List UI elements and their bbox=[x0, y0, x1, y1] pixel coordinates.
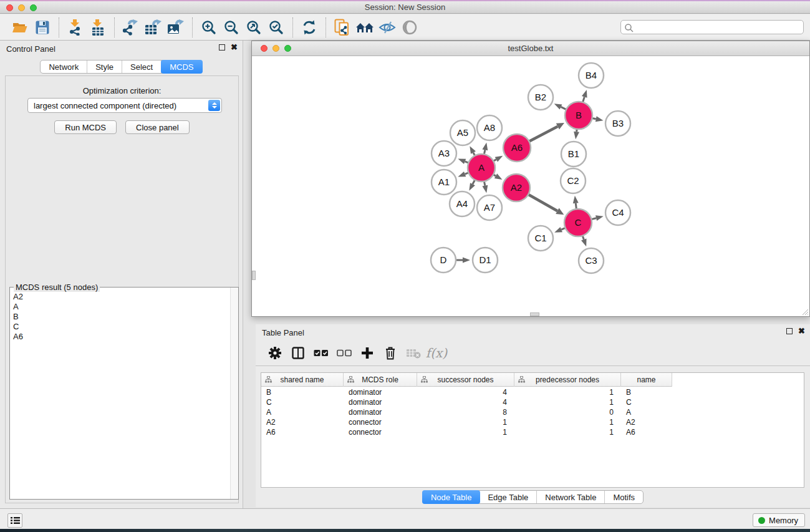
column-header-predecessor-nodes[interactable]: predecessor nodes bbox=[514, 373, 621, 387]
table-cell[interactable]: 1 bbox=[417, 427, 514, 437]
result-item[interactable]: A6 bbox=[13, 332, 229, 342]
table-cell[interactable]: connector bbox=[344, 417, 417, 427]
horizontal-scrollbar-thumb[interactable] bbox=[530, 312, 539, 316]
deselect-all-button[interactable] bbox=[335, 344, 354, 362]
graph-edge[interactable] bbox=[576, 203, 576, 209]
memory-button[interactable]: Memory bbox=[753, 513, 805, 527]
graph-edge[interactable] bbox=[561, 107, 567, 109]
table-cell[interactable]: B bbox=[621, 387, 672, 397]
table-cell[interactable]: C bbox=[621, 397, 672, 407]
table-cell[interactable]: A6 bbox=[261, 427, 344, 437]
tab-edge-table[interactable]: Edge Table bbox=[480, 491, 537, 503]
table-cell[interactable]: C bbox=[261, 397, 344, 407]
show-graphics-button[interactable] bbox=[398, 17, 421, 38]
column-header-shared-name[interactable]: shared name bbox=[261, 373, 344, 387]
column-header-name[interactable]: name bbox=[621, 373, 672, 387]
criterion-dropdown[interactable]: largest connected component (directed) bbox=[27, 98, 222, 113]
main-titlebar[interactable]: Session: New Session bbox=[0, 1, 810, 14]
hide-graphics-button[interactable] bbox=[376, 17, 398, 38]
zoom-fit-button[interactable] bbox=[243, 17, 265, 38]
table-row[interactable]: Adominator80A bbox=[261, 407, 804, 417]
graph-edge[interactable] bbox=[529, 127, 557, 142]
table-cell[interactable]: dominator bbox=[344, 387, 417, 397]
table-cell[interactable]: 1 bbox=[514, 387, 621, 397]
table-cell[interactable]: dominator bbox=[344, 407, 417, 417]
network-graph[interactable]: AA1A2A3A4A5A6A7A8BB1B2B3B4CC1C2C3C4DD1 bbox=[252, 56, 809, 316]
export-image-button[interactable] bbox=[165, 17, 187, 38]
create-column-button[interactable] bbox=[358, 344, 377, 362]
tab-node-table[interactable]: Node Table bbox=[422, 490, 481, 504]
table-cell[interactable]: 4 bbox=[417, 397, 514, 407]
column-header-successor-nodes[interactable]: successor nodes bbox=[417, 373, 514, 387]
tab-network[interactable]: Network bbox=[41, 60, 87, 73]
refresh-button[interactable] bbox=[298, 17, 321, 38]
result-item[interactable]: B bbox=[13, 312, 229, 322]
mcds-result-list[interactable]: A2ABCA6 bbox=[10, 289, 229, 499]
run-mcds-button[interactable]: Run MCDS bbox=[54, 120, 117, 134]
tab-mcds[interactable]: MCDS bbox=[161, 60, 202, 74]
control-panel-tabbar: Network Style Select MCDS bbox=[40, 60, 202, 74]
table-row[interactable]: Cdominator41C bbox=[261, 397, 804, 407]
save-session-button[interactable] bbox=[31, 17, 54, 38]
close-panel-icon[interactable]: ✖ bbox=[231, 44, 238, 51]
delete-column-button[interactable] bbox=[381, 344, 400, 362]
function-builder-button[interactable]: f(x) bbox=[427, 344, 446, 362]
result-item[interactable]: A2 bbox=[13, 292, 229, 302]
float-panel-icon[interactable] bbox=[219, 44, 225, 51]
tab-style[interactable]: Style bbox=[87, 60, 122, 73]
show-panels-button[interactable] bbox=[7, 513, 22, 528]
table-cell[interactable]: A bbox=[261, 407, 344, 417]
table-cell[interactable]: A bbox=[621, 407, 672, 417]
table-cell[interactable]: dominator bbox=[344, 397, 417, 407]
search-input[interactable] bbox=[636, 21, 801, 33]
home-button[interactable] bbox=[354, 17, 376, 38]
table-cell[interactable]: 1 bbox=[514, 397, 621, 407]
unchecked-boxes-icon bbox=[337, 349, 352, 357]
table-cell[interactable]: 1 bbox=[514, 417, 621, 427]
show-columns-button[interactable] bbox=[289, 344, 307, 362]
table-cell[interactable]: 0 bbox=[514, 407, 621, 417]
delete-table-button[interactable] bbox=[404, 344, 423, 362]
zoom-selected-button[interactable] bbox=[265, 17, 287, 38]
column-header-MCDS-role[interactable]: MCDS role bbox=[344, 373, 417, 387]
zoom-in-button[interactable] bbox=[198, 17, 220, 38]
network-canvas[interactable]: AA1A2A3A4A5A6A7A8BB1B2B3B4CC1C2C3C4DD1 bbox=[252, 56, 809, 316]
result-item[interactable]: C bbox=[13, 322, 229, 332]
table-row[interactable]: A2connector11A2 bbox=[261, 417, 804, 427]
import-table-button[interactable] bbox=[87, 17, 109, 38]
table-settings-button[interactable] bbox=[266, 344, 284, 362]
table-cell[interactable]: 8 bbox=[417, 407, 514, 417]
table-cell[interactable]: 1 bbox=[514, 427, 621, 437]
table-cell[interactable]: 1 bbox=[417, 417, 514, 427]
table-body[interactable]: Bdominator41BCdominator41CAdominator80AA… bbox=[261, 387, 804, 487]
close-panel-icon[interactable]: ✖ bbox=[798, 328, 805, 334]
table-cell[interactable]: A2 bbox=[261, 417, 344, 427]
table-cell[interactable]: B bbox=[261, 387, 344, 397]
select-all-button[interactable] bbox=[312, 344, 330, 362]
tab-network-table[interactable]: Network Table bbox=[537, 491, 605, 503]
table-cell[interactable]: A2 bbox=[621, 417, 672, 427]
close-panel-button[interactable]: Close panel bbox=[125, 120, 190, 134]
tab-motifs[interactable]: Motifs bbox=[605, 491, 643, 503]
vertical-scrollbar-thumb[interactable] bbox=[252, 271, 256, 280]
zoom-out-button[interactable] bbox=[220, 17, 243, 38]
open-session-button[interactable] bbox=[9, 17, 31, 38]
clone-network-button[interactable] bbox=[331, 17, 354, 38]
result-scrollbar[interactable] bbox=[230, 288, 238, 499]
table-cell[interactable]: 4 bbox=[417, 387, 514, 397]
table-cell[interactable]: connector bbox=[344, 427, 417, 437]
network-window-titlebar[interactable]: testGlobe.txt bbox=[252, 41, 809, 56]
import-network-button[interactable] bbox=[64, 17, 87, 38]
graph-edge[interactable] bbox=[528, 195, 557, 211]
export-table-button[interactable] bbox=[142, 17, 165, 38]
tab-select[interactable]: Select bbox=[122, 60, 162, 73]
table-cell[interactable]: A6 bbox=[621, 427, 672, 437]
export-network-button[interactable] bbox=[120, 17, 142, 38]
table-row[interactable]: A6connector11A6 bbox=[261, 427, 804, 437]
search-field[interactable] bbox=[620, 20, 804, 34]
resize-grip[interactable] bbox=[801, 308, 809, 316]
result-item[interactable]: A bbox=[13, 302, 229, 312]
float-panel-icon[interactable] bbox=[786, 328, 793, 334]
graph-edge[interactable] bbox=[583, 97, 585, 102]
table-row[interactable]: Bdominator41B bbox=[261, 387, 804, 397]
